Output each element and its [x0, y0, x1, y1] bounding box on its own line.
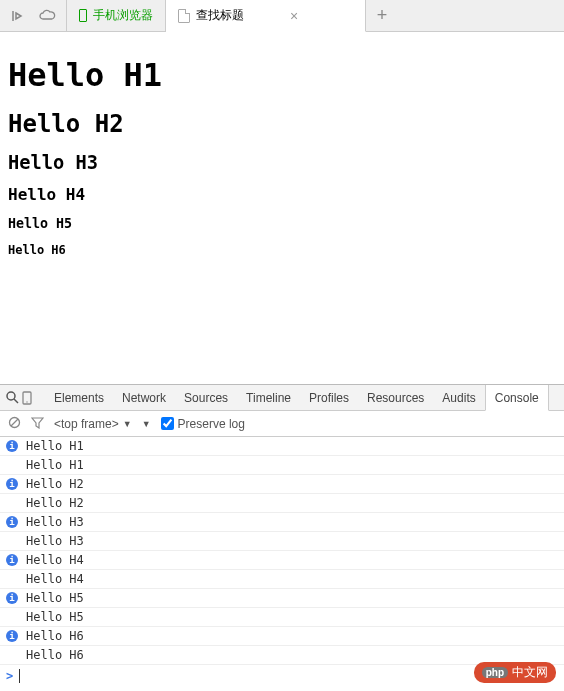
info-icon: i [6, 592, 18, 604]
svg-line-1 [14, 399, 18, 403]
devtools-tab-profiles[interactable]: Profiles [300, 385, 358, 411]
preserve-log-input[interactable] [161, 417, 174, 430]
info-icon: i [6, 630, 18, 642]
dropdown-icon[interactable]: ▼ [142, 419, 151, 429]
console-text: Hello H3 [26, 534, 84, 548]
heading-h5: Hello H5 [8, 216, 556, 231]
cloud-icon[interactable] [38, 9, 56, 23]
console-line: iHello H5 [0, 589, 564, 608]
frame-selector[interactable]: <top frame> ▼ [54, 417, 132, 431]
tab-find-title[interactable]: 查找标题 × [166, 0, 366, 32]
devtools-tab-resources[interactable]: Resources [358, 385, 433, 411]
devtools-tab-timeline[interactable]: Timeline [237, 385, 300, 411]
console-line: Hello H2 [0, 494, 564, 513]
devtools-tab-elements[interactable]: Elements [45, 385, 113, 411]
svg-point-0 [7, 392, 15, 400]
console-line: iHello H2 [0, 475, 564, 494]
frame-label: <top frame> [54, 417, 119, 431]
console-line: iHello H3 [0, 513, 564, 532]
devtools-panel: ElementsNetworkSourcesTimelineProfilesRe… [0, 384, 564, 691]
heading-h3: Hello H3 [8, 152, 556, 173]
document-icon [178, 9, 190, 23]
console-text: Hello H3 [26, 515, 84, 529]
console-line: iHello H6 [0, 627, 564, 646]
console-line: Hello H3 [0, 532, 564, 551]
console-line: Hello H5 [0, 608, 564, 627]
close-icon[interactable]: × [290, 8, 298, 24]
svg-line-5 [11, 419, 18, 426]
console-text: Hello H5 [26, 610, 84, 624]
browser-tab-bar: 手机浏览器 查找标题 × + [0, 0, 564, 32]
devtools-tab-network[interactable]: Network [113, 385, 175, 411]
preserve-log-checkbox[interactable]: Preserve log [161, 417, 245, 431]
console-text: Hello H1 [26, 439, 84, 453]
devtools-tab-row: ElementsNetworkSourcesTimelineProfilesRe… [0, 385, 564, 411]
console-line: Hello H4 [0, 570, 564, 589]
info-icon: i [6, 478, 18, 490]
devtools-tabs: ElementsNetworkSourcesTimelineProfilesRe… [45, 385, 549, 411]
watermark-text: 中文网 [512, 664, 548, 681]
console-output: iHello H1Hello H1iHello H2Hello H2iHello… [0, 437, 564, 691]
device-icon[interactable] [21, 391, 33, 405]
devtools-tab-audits[interactable]: Audits [433, 385, 484, 411]
dropdown-icon: ▼ [123, 419, 132, 429]
new-tab-button[interactable]: + [366, 0, 398, 31]
tab-label: 手机浏览器 [93, 7, 153, 24]
console-text: Hello H5 [26, 591, 84, 605]
watermark-php: php [482, 667, 508, 678]
play-icon[interactable] [10, 9, 24, 23]
info-icon: i [6, 554, 18, 566]
console-toolbar: <top frame> ▼ ▼ Preserve log [0, 411, 564, 437]
clear-console-icon[interactable] [8, 416, 21, 432]
console-cursor [19, 669, 20, 683]
prompt-chevron-icon: > [6, 669, 13, 683]
filter-icon[interactable] [31, 416, 44, 432]
heading-h1: Hello H1 [8, 56, 556, 94]
console-text: Hello H4 [26, 553, 84, 567]
watermark-badge: php 中文网 [474, 662, 556, 683]
console-text: Hello H2 [26, 477, 84, 491]
preserve-log-label: Preserve log [178, 417, 245, 431]
mobile-icon [79, 9, 87, 22]
page-content: Hello H1 Hello H2 Hello H3 Hello H4 Hell… [0, 32, 564, 384]
console-line: iHello H1 [0, 437, 564, 456]
devtools-tab-console[interactable]: Console [485, 385, 549, 411]
tab-controls [0, 0, 66, 31]
info-icon: i [6, 440, 18, 452]
devtools-tab-sources[interactable]: Sources [175, 385, 237, 411]
tab-label: 查找标题 [196, 7, 244, 24]
search-icon[interactable] [6, 391, 19, 404]
heading-h6: Hello H6 [8, 243, 556, 257]
console-line: iHello H4 [0, 551, 564, 570]
heading-h2: Hello H2 [8, 110, 556, 138]
info-icon: i [6, 516, 18, 528]
heading-h4: Hello H4 [8, 185, 556, 204]
console-line: Hello H1 [0, 456, 564, 475]
console-text: Hello H2 [26, 496, 84, 510]
tab-mobile-browser[interactable]: 手机浏览器 [66, 0, 166, 31]
console-text: Hello H1 [26, 458, 84, 472]
svg-point-3 [26, 401, 27, 402]
console-text: Hello H6 [26, 648, 84, 662]
console-text: Hello H6 [26, 629, 84, 643]
console-text: Hello H4 [26, 572, 84, 586]
